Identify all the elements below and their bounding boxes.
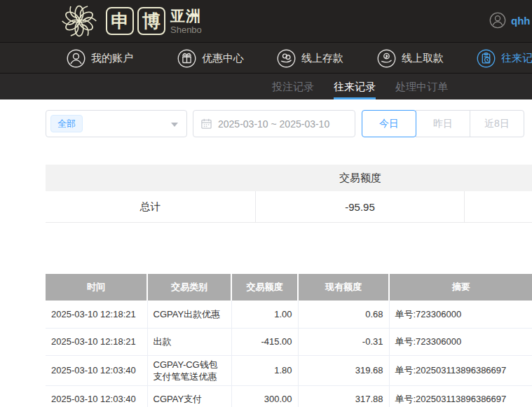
col-header-amount: 交易额度 — [231, 274, 298, 301]
tab-processing-orders[interactable]: 处理中订单 — [395, 74, 448, 100]
cell-balance: 0.68 — [298, 301, 389, 328]
tab-transaction-records[interactable]: 往来记录 — [334, 74, 376, 100]
nav-label: 往来记录 — [501, 52, 532, 65]
calendar-icon — [200, 118, 212, 130]
col-header-type: 交易类别 — [147, 274, 231, 301]
records-header-row: 时间 交易类别 交易额度 现有额度 摘要 — [46, 274, 532, 301]
cell-type: CGPAY-CG钱包支付笔笔送优惠 — [147, 355, 231, 385]
cell-time: 2025-03-10 12:18:21 — [46, 301, 147, 328]
cell-summary: 单号:723306000 — [389, 328, 532, 355]
record-tab-bar: 投注记录 往来记录 处理中订单 — [0, 73, 532, 99]
cell-amount: 300.00 — [231, 385, 298, 407]
table-row: 2025-03-10 12:18:21 CGPAY出款优惠 1.00 0.68 … — [46, 301, 532, 328]
cell-balance: 319.68 — [298, 355, 389, 385]
main-nav: 我的账户 优惠中心 — [0, 42, 532, 73]
tab-bet-records[interactable]: 投注记录 — [272, 74, 314, 100]
nav-label: 优惠中心 — [202, 52, 244, 65]
nav-label: 我的账户 — [91, 52, 133, 65]
yesterday-button[interactable]: 昨日 — [416, 110, 470, 137]
today-button[interactable]: 今日 — [362, 110, 416, 137]
table-row: 2025-03-10 12:03:40 CGPAY-CG钱包支付笔笔送优惠 1.… — [46, 355, 532, 385]
summary-empty-cell — [465, 191, 532, 222]
date-range-input[interactable]: 2025-03-10 ~ 2025-03-10 — [193, 110, 355, 137]
records-icon — [477, 49, 496, 68]
table-row: 2025-03-10 12:03:40 CGPAY支付 300.00 317.8… — [46, 385, 532, 407]
chevron-down-icon — [171, 123, 178, 127]
date-range-text: 2025-03-10 ~ 2025-03-10 — [218, 118, 329, 130]
table-row: 2025-03-10 12:18:21 出款 -415.00 -0.31 单号:… — [46, 328, 532, 355]
brand-char-1: 申 — [106, 7, 134, 35]
last-8-days-button[interactable]: 近8日 — [470, 110, 524, 137]
app-window: 申 博 亚洲 Shenbo qhh — [0, 0, 532, 407]
col-header-time: 时间 — [46, 274, 147, 301]
nav-item-my-account[interactable]: 我的账户 — [67, 43, 133, 74]
cell-balance: -0.31 — [298, 328, 389, 355]
cell-time: 2025-03-10 12:03:40 — [46, 355, 147, 385]
brand-subtitle: Shenbo — [170, 25, 202, 35]
deposit-icon — [277, 49, 296, 68]
top-header: 申 博 亚洲 Shenbo qhh — [0, 0, 532, 42]
cell-summary: 单号:202503113896386697 — [389, 385, 532, 407]
user-avatar-icon — [489, 12, 506, 29]
promo-gift-icon — [177, 49, 196, 68]
nav-label: 线上存款 — [301, 52, 343, 65]
nav-item-deposit[interactable]: 线上存款 — [277, 43, 343, 74]
account-icon — [67, 49, 86, 68]
cell-type: 出款 — [147, 328, 231, 355]
tab-label: 处理中订单 — [395, 81, 448, 94]
nav-item-withdraw[interactable]: 线上取款 — [377, 43, 444, 74]
brand-region: 亚洲 — [170, 8, 202, 25]
cell-amount: 1.80 — [231, 355, 298, 385]
cell-time: 2025-03-10 12:18:21 — [46, 328, 147, 355]
tab-label: 投注记录 — [272, 81, 314, 94]
content-area: 全部 2025-03-1 — [0, 99, 532, 407]
summary-total-row: 总计 -95.95 — [46, 191, 532, 223]
nav-label: 线上取款 — [402, 52, 444, 65]
col-header-summary: 摘要 — [389, 274, 532, 301]
nav-item-records[interactable]: 往来记录 — [477, 43, 532, 74]
cell-type: CGPAY出款优惠 — [147, 301, 231, 328]
user-account[interactable]: qhh — [489, 12, 531, 29]
filter-row: 全部 2025-03-1 — [46, 110, 524, 137]
brand-flower-icon — [60, 1, 99, 41]
type-select[interactable]: 全部 — [46, 110, 187, 137]
brand-logo: 申 博 亚洲 Shenbo — [60, 1, 202, 41]
summary-total-value: -95.95 — [256, 191, 465, 222]
summary-table: 交易额度 总计 -95.95 — [46, 165, 532, 223]
withdraw-icon — [377, 49, 396, 68]
quick-date-buttons: 今日 昨日 近8日 — [362, 110, 524, 137]
summary-header-row: 交易额度 — [46, 165, 532, 191]
cell-time: 2025-03-10 12:03:40 — [46, 385, 147, 407]
cell-amount: -415.00 — [231, 328, 298, 355]
cell-summary: 单号:202503113896386697 — [389, 355, 532, 385]
type-chip[interactable]: 全部 — [50, 115, 83, 132]
cell-type: CGPAY支付 — [147, 385, 231, 407]
nav-item-promotions[interactable]: 优惠中心 — [177, 43, 244, 74]
username-text: qhh — [511, 15, 531, 27]
summary-amount-header: 交易额度 — [256, 165, 465, 191]
tab-label: 往来记录 — [334, 81, 376, 94]
cell-balance: 317.88 — [298, 385, 389, 407]
brand-char-2: 博 — [137, 7, 165, 35]
cell-summary: 单号:723306000 — [389, 301, 532, 328]
summary-total-label: 总计 — [46, 191, 256, 222]
col-header-balance: 现有额度 — [298, 274, 389, 301]
records-table: 时间 交易类别 交易额度 现有额度 摘要 2025-03-10 12:18:21… — [46, 274, 532, 407]
cell-amount: 1.00 — [231, 301, 298, 328]
